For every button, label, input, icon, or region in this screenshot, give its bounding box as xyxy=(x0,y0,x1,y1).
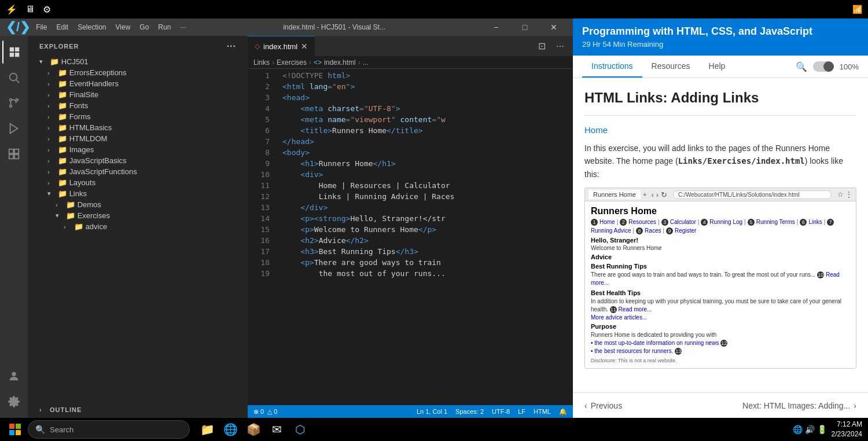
pb-num-4: 4 xyxy=(701,219,708,226)
menu-view[interactable]: View xyxy=(116,23,131,31)
tab-close-button[interactable]: ✕ xyxy=(301,42,308,51)
menu-more[interactable]: ··· xyxy=(180,23,186,31)
pb-nav-links[interactable]: Links xyxy=(808,219,822,226)
pb-num-13: 13 xyxy=(675,348,682,355)
pb-refresh-icon[interactable]: ↻ xyxy=(661,190,667,199)
error-indicator[interactable]: ⊗ 0 △ 0 xyxy=(253,408,277,416)
activity-search-icon[interactable] xyxy=(2,66,25,89)
taskbar-browser-icon[interactable]: 🌐 xyxy=(220,419,241,440)
sidebar-item-demos[interactable]: ›📁 Demos xyxy=(28,199,248,210)
battery-icon[interactable]: 🔋 xyxy=(817,425,827,434)
svg-point-0 xyxy=(10,74,17,81)
panel-home-link[interactable]: Home xyxy=(584,125,856,135)
volume-icon[interactable]: 🔊 xyxy=(805,425,815,434)
sidebar-more-button[interactable]: ··· xyxy=(227,41,236,52)
sidebar-item-images[interactable]: ›📁 Images xyxy=(28,144,248,155)
tab-help[interactable]: Help xyxy=(700,56,735,78)
pb-nav-resources[interactable]: Resources xyxy=(628,219,656,226)
code-line-17: <h3>Best Running Tips</h3> xyxy=(282,246,573,257)
vscode-titlebar: ❮/❯ File Edit Selection View Go Run ··· … xyxy=(0,19,573,36)
pb-bullet-link-2[interactable]: • the best resources for runners. xyxy=(591,348,673,354)
activity-source-control-icon[interactable] xyxy=(2,91,25,115)
sidebar-item-layouts[interactable]: ›📁 Layouts xyxy=(28,177,248,188)
pb-nav-terms[interactable]: Running Terms xyxy=(756,219,795,226)
pb-back-icon[interactable]: ‹ xyxy=(651,190,653,199)
pb-bullet-link-1[interactable]: • the most up-to-date information on run… xyxy=(591,340,719,346)
sidebar-item-htmldom[interactable]: ›📁 HTMLDOM xyxy=(28,133,248,144)
code-content[interactable]: <!DOCTYPE html> <html lang="en"> <head> … xyxy=(277,69,573,405)
sidebar-item-jsfunctions[interactable]: ›📁 JavaScriptFunctions xyxy=(28,166,248,177)
signal-icon: 📶 xyxy=(852,5,862,14)
sidebar-item-htmlbasics[interactable]: ›📁 HTMLBasics xyxy=(28,122,248,133)
system-taskbar: ⚡ 🖥 ⚙ 📶 xyxy=(0,0,868,19)
panel-search-icon[interactable]: 🔍 xyxy=(796,61,807,72)
sidebar-item-finalsite[interactable]: ›📁 FinalSite xyxy=(28,89,248,100)
minimize-button[interactable]: − xyxy=(483,19,509,36)
pb-url-bar[interactable]: C:/Webucator/HTML/Links/Solutions/index.… xyxy=(673,190,832,199)
network-icon[interactable]: 🌐 xyxy=(793,425,803,434)
code-line-18: <p>There are good ways to train xyxy=(282,257,573,268)
pb-nav-log[interactable]: Running Log xyxy=(709,219,742,226)
pb-star-icon[interactable]: ☆ xyxy=(837,190,844,199)
code-line-8: <body> xyxy=(282,147,573,158)
pb-nav-advice[interactable]: Running Advice xyxy=(591,227,631,234)
pb-nav-register[interactable]: Register xyxy=(675,227,696,234)
taskbar-file-explorer-icon[interactable]: 📁 xyxy=(197,419,218,440)
pb-nav-home[interactable]: Home xyxy=(599,219,615,226)
prev-label: Previous xyxy=(591,401,622,410)
pb-new-tab-icon[interactable]: + xyxy=(643,191,646,198)
sidebar-item-jsbasics[interactable]: ›📁 JavaScriptBasics xyxy=(28,155,248,166)
activity-debug-icon[interactable] xyxy=(2,117,25,140)
sidebar-item-advice[interactable]: ›📁 advice xyxy=(28,221,248,232)
menu-file[interactable]: File xyxy=(36,23,47,31)
activity-account-icon[interactable] xyxy=(2,365,25,388)
taskbar-store-icon[interactable]: 📦 xyxy=(243,419,264,440)
taskbar-search-bar[interactable]: 🔍 Search xyxy=(28,420,190,439)
pb-forward-icon[interactable]: › xyxy=(656,190,659,199)
start-button[interactable] xyxy=(6,420,24,439)
tab-index-html[interactable]: ◇ index.html ✕ xyxy=(248,36,315,56)
outline-header[interactable]: › OUTLINE xyxy=(28,402,248,418)
previous-button[interactable]: ‹ Previous xyxy=(584,401,622,410)
prev-arrow-icon: ‹ xyxy=(584,401,587,410)
menu-selection[interactable]: Selection xyxy=(78,23,106,31)
maximize-button[interactable]: □ xyxy=(512,19,538,36)
next-button[interactable]: Next: HTML Images: Adding... › xyxy=(742,401,856,410)
panel-subtitle: 29 Hr 54 Min Remaining xyxy=(582,40,859,49)
pb-nav-calculator[interactable]: Calculator xyxy=(670,219,696,226)
instruction-panel: Programming with HTML, CSS, and JavaScri… xyxy=(573,19,868,418)
pb-nav-races[interactable]: Races xyxy=(645,227,661,234)
sidebar-item-forms[interactable]: ›📁 Forms xyxy=(28,111,248,122)
sidebar-item-links[interactable]: ▾📁 Links xyxy=(28,188,248,199)
sidebar-item-errors[interactable]: ›📁 ErrorsExceptions xyxy=(28,67,248,78)
menu-edit[interactable]: Edit xyxy=(56,23,68,31)
tab-instructions[interactable]: Instructions xyxy=(582,56,642,78)
sidebar-item-fonts[interactable]: ›📁 Fonts xyxy=(28,100,248,111)
pb-read-more-2[interactable]: Read more... xyxy=(619,306,652,313)
activity-extensions-icon[interactable] xyxy=(2,142,25,166)
svg-line-1 xyxy=(16,80,19,83)
start-sq-1 xyxy=(9,424,14,429)
menu-go[interactable]: Go xyxy=(139,23,149,31)
pb-more-advice[interactable]: More advice articles... xyxy=(591,314,647,321)
activity-explorer-icon[interactable] xyxy=(2,41,25,64)
taskbar-vscode-icon[interactable]: ⬡ xyxy=(289,419,310,440)
taskbar-mail-icon[interactable]: ✉ xyxy=(266,419,287,440)
sidebar-item-eventhandlers[interactable]: ›📁 EventHandlers xyxy=(28,78,248,89)
panel-divider xyxy=(584,115,856,116)
svg-point-3 xyxy=(16,99,19,101)
pb-more-icon[interactable]: ⋮ xyxy=(845,190,852,199)
pb-content: Runners Home 1Home | 2Resources | 3Calcu… xyxy=(585,201,856,368)
activity-settings-icon[interactable] xyxy=(2,390,25,413)
code-line-15: <p>Welcome to Runners Home</p> xyxy=(282,224,573,235)
sidebar-item-hcj501[interactable]: ▾📁 HCJ501 xyxy=(28,56,248,67)
split-editor-icon[interactable]: ⊡ xyxy=(534,38,550,54)
menu-run[interactable]: Run xyxy=(158,23,171,31)
close-button[interactable]: ✕ xyxy=(540,19,567,36)
sidebar-item-exercises[interactable]: ▾📁 Exercises xyxy=(28,210,248,221)
panel-toggle[interactable] xyxy=(813,61,834,72)
tab-resources[interactable]: Resources xyxy=(642,56,700,78)
editor-more-icon[interactable]: ··· xyxy=(552,38,568,54)
taskbar-app-icons: 📁 🌐 📦 ✉ ⬡ xyxy=(197,419,310,440)
clock-display[interactable]: 7:12 AM 2/23/2024 xyxy=(832,420,862,439)
